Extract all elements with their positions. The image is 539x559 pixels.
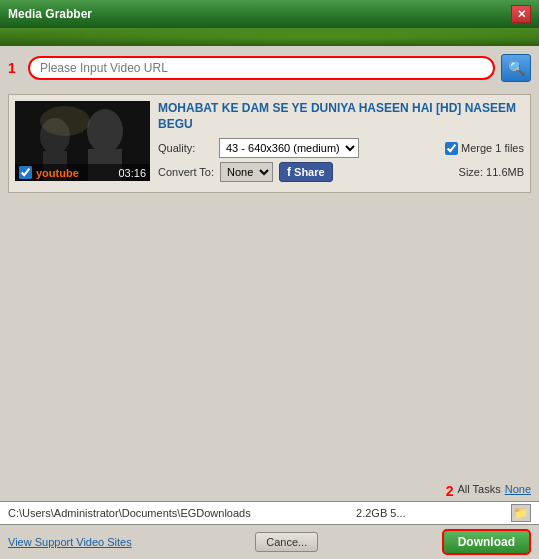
thumbnail-badge: youtube 03:16 <box>15 164 150 181</box>
action-row: View Support Video Sites Cance... Downlo… <box>0 525 539 559</box>
convert-select[interactable]: None <box>220 162 273 182</box>
header-strip <box>0 28 539 46</box>
folder-icon: 📁 <box>513 506 528 520</box>
support-link[interactable]: View Support Video Sites <box>8 536 132 548</box>
bottom-status: 2 All Tasks None C:\Users\Administrator\… <box>0 481 539 559</box>
video-title: MOHABAT KE DAM SE YE DUNIYA HASEEN HAI [… <box>158 101 524 132</box>
step-1-label: 1 <box>8 60 22 76</box>
quality-select[interactable]: 43 - 640x360 (medium) <box>219 138 359 158</box>
platform-label: youtube <box>36 167 79 179</box>
file-size: Size: 11.6MB <box>459 166 524 178</box>
svg-point-5 <box>40 106 90 136</box>
svg-point-3 <box>87 109 123 153</box>
facebook-share-button[interactable]: f Share <box>279 162 333 182</box>
cancel-button[interactable]: Cance... <box>255 532 318 552</box>
quality-label: Quality: <box>158 142 213 154</box>
size-info: 2.2GB 5... <box>356 507 406 519</box>
download-button[interactable]: Download <box>442 529 531 555</box>
convert-row: Convert To: None f Share Size: 11.6MB <box>158 162 524 182</box>
video-details: MOHABAT KE DAM SE YE DUNIYA HASEEN HAI [… <box>158 101 524 186</box>
video-item: youtube 03:16 MOHABAT KE DAM SE YE DUNIY… <box>8 94 531 193</box>
convert-label: Convert To: <box>158 166 214 178</box>
video-duration: 03:16 <box>118 167 146 179</box>
main-content: youtube 03:16 MOHABAT KE DAM SE YE DUNIY… <box>0 90 539 197</box>
facebook-icon: f <box>287 165 291 179</box>
tasks-row: 2 All Tasks None <box>0 481 539 501</box>
merge-checkbox[interactable] <box>445 142 458 155</box>
search-button[interactable]: 🔍 <box>501 54 531 82</box>
thumbnail-wrapper: youtube 03:16 <box>15 101 150 181</box>
none-link[interactable]: None <box>505 483 531 499</box>
path-row: C:\Users\Administrator\Documents\EGDownl… <box>0 501 539 525</box>
url-input-wrapper <box>28 56 495 80</box>
empty-area <box>0 197 539 495</box>
step-2-label: 2 <box>446 483 454 499</box>
url-input[interactable] <box>40 61 483 75</box>
merge-label: Merge 1 files <box>461 142 524 154</box>
all-tasks-label: All Tasks <box>458 483 501 499</box>
video-checkbox[interactable] <box>19 166 32 179</box>
url-area: 1 🔍 <box>0 46 539 90</box>
merge-wrapper: Merge 1 files <box>445 142 524 155</box>
share-label: Share <box>294 166 325 178</box>
quality-row: Quality: 43 - 640x360 (medium) Merge 1 f… <box>158 138 524 158</box>
title-bar: Media Grabber ✕ <box>0 0 539 28</box>
folder-button[interactable]: 📁 <box>511 504 531 522</box>
close-button[interactable]: ✕ <box>511 5 531 23</box>
search-icon: 🔍 <box>508 60 525 76</box>
app-title: Media Grabber <box>8 7 92 21</box>
download-path: C:\Users\Administrator\Documents\EGDownl… <box>8 507 251 519</box>
